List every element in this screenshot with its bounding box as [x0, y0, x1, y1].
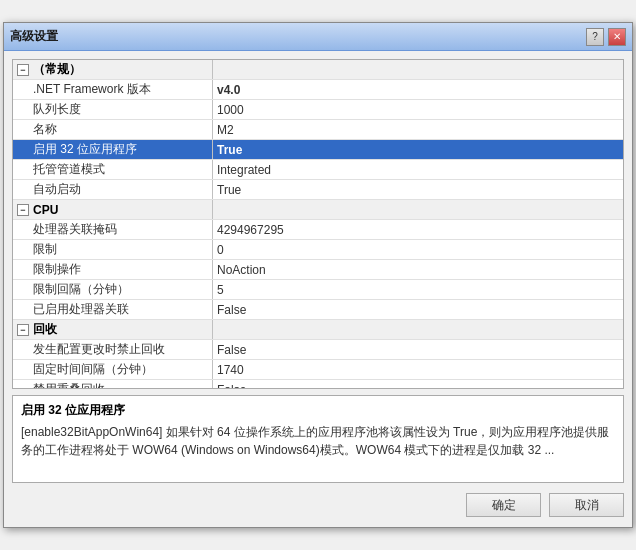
- ok-button[interactable]: 确定: [466, 493, 541, 517]
- prop-name: 托管管道模式: [13, 160, 213, 179]
- prop-name: 启用 32 位应用程序: [13, 140, 213, 159]
- group-header-cpu[interactable]: −CPU: [13, 200, 623, 220]
- group-label-cpu: CPU: [33, 203, 58, 217]
- group-value-recycle: [213, 320, 623, 339]
- prop-name: 发生配置更改时禁止回收: [13, 340, 213, 359]
- prop-row[interactable]: 限制0: [13, 240, 623, 260]
- group-label-recycle: 回收: [33, 321, 57, 338]
- group-value-general: [213, 60, 623, 79]
- prop-row[interactable]: 固定时间间隔（分钟）1740: [13, 360, 623, 380]
- prop-row[interactable]: 名称M2: [13, 120, 623, 140]
- prop-row[interactable]: 已启用处理器关联False: [13, 300, 623, 320]
- prop-value: v4.0: [213, 80, 623, 99]
- prop-name: 固定时间间隔（分钟）: [13, 360, 213, 379]
- prop-value: True: [213, 180, 623, 199]
- prop-value: 1740: [213, 360, 623, 379]
- expand-icon-recycle[interactable]: −: [17, 324, 29, 336]
- prop-row[interactable]: 限制回隔（分钟）5: [13, 280, 623, 300]
- prop-value: True: [213, 140, 623, 159]
- prop-value: 1000: [213, 100, 623, 119]
- group-header-general[interactable]: −（常规）: [13, 60, 623, 80]
- dialog-title: 高级设置: [10, 28, 58, 45]
- property-grid[interactable]: −（常规）.NET Framework 版本v4.0队列长度1000名称M2启用…: [13, 60, 623, 388]
- prop-row[interactable]: 启用 32 位应用程序True: [13, 140, 623, 160]
- prop-value: 5: [213, 280, 623, 299]
- prop-value: Integrated: [213, 160, 623, 179]
- prop-value: 4294967295: [213, 220, 623, 239]
- prop-value: False: [213, 340, 623, 359]
- prop-name: 限制回隔（分钟）: [13, 280, 213, 299]
- group-label-general: （常规）: [33, 61, 81, 78]
- prop-row[interactable]: 发生配置更改时禁止回收False: [13, 340, 623, 360]
- prop-value: False: [213, 300, 623, 319]
- prop-row[interactable]: 限制操作NoAction: [13, 260, 623, 280]
- cancel-button[interactable]: 取消: [549, 493, 624, 517]
- prop-value: NoAction: [213, 260, 623, 279]
- prop-row[interactable]: 托管管道模式Integrated: [13, 160, 623, 180]
- group-header-recycle[interactable]: −回收: [13, 320, 623, 340]
- prop-name: 队列长度: [13, 100, 213, 119]
- group-value-cpu: [213, 200, 623, 219]
- description-text: [enable32BitAppOnWin64] 如果针对 64 位操作系统上的应…: [21, 423, 615, 459]
- title-bar-controls: ? ✕: [586, 28, 626, 46]
- prop-name: 处理器关联掩码: [13, 220, 213, 239]
- prop-row[interactable]: 自动启动True: [13, 180, 623, 200]
- prop-name: 已启用处理器关联: [13, 300, 213, 319]
- prop-name: 自动启动: [13, 180, 213, 199]
- description-area: 启用 32 位应用程序 [enable32BitAppOnWin64] 如果针对…: [12, 395, 624, 483]
- expand-icon-cpu[interactable]: −: [17, 204, 29, 216]
- property-grid-wrapper: −（常规）.NET Framework 版本v4.0队列长度1000名称M2启用…: [12, 59, 624, 389]
- expand-icon-general[interactable]: −: [17, 64, 29, 76]
- prop-name: 限制操作: [13, 260, 213, 279]
- close-button[interactable]: ✕: [608, 28, 626, 46]
- dialog-content: −（常规）.NET Framework 版本v4.0队列长度1000名称M2启用…: [4, 51, 632, 527]
- description-title: 启用 32 位应用程序: [21, 402, 615, 419]
- advanced-settings-dialog: 高级设置 ? ✕ −（常规）.NET Framework 版本v4.0队列长度1…: [3, 22, 633, 528]
- prop-row[interactable]: 处理器关联掩码4294967295: [13, 220, 623, 240]
- button-row: 确定 取消: [12, 489, 624, 519]
- prop-value: M2: [213, 120, 623, 139]
- prop-row[interactable]: 禁用重叠回收False: [13, 380, 623, 388]
- title-bar: 高级设置 ? ✕: [4, 23, 632, 51]
- prop-value: 0: [213, 240, 623, 259]
- prop-row[interactable]: 队列长度1000: [13, 100, 623, 120]
- help-button[interactable]: ?: [586, 28, 604, 46]
- prop-name: 限制: [13, 240, 213, 259]
- prop-name: 名称: [13, 120, 213, 139]
- prop-value: False: [213, 380, 623, 388]
- prop-name: .NET Framework 版本: [13, 80, 213, 99]
- prop-name: 禁用重叠回收: [13, 380, 213, 388]
- prop-row[interactable]: .NET Framework 版本v4.0: [13, 80, 623, 100]
